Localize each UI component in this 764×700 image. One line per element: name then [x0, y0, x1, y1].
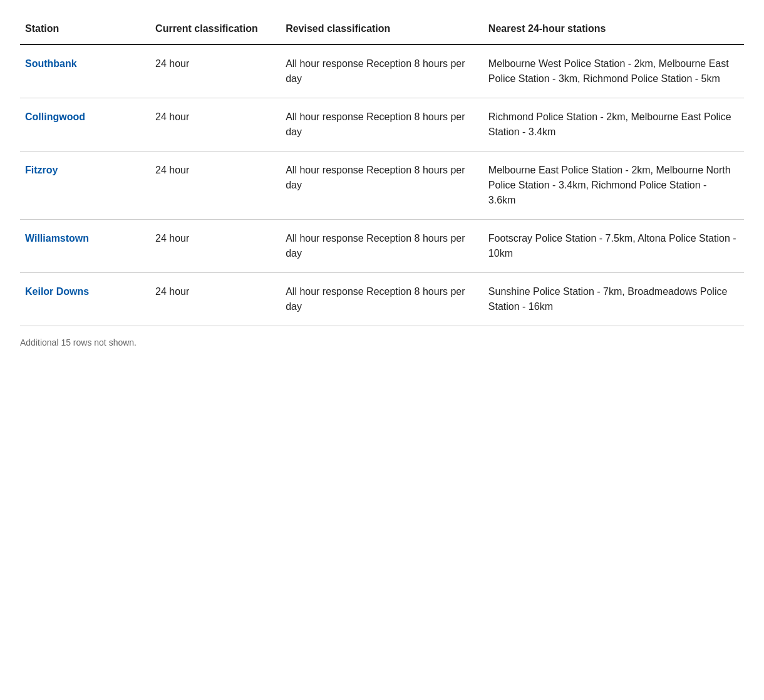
cell-current: 24 hour — [150, 152, 281, 220]
cell-current: 24 hour — [150, 44, 281, 98]
classification-table: Station Current classification Revised c… — [20, 15, 744, 326]
cell-current: 24 hour — [150, 220, 281, 273]
table-footnote: Additional 15 rows not shown. — [20, 336, 744, 349]
cell-station[interactable]: Williamstown — [20, 220, 150, 273]
header-current: Current classification — [150, 15, 281, 44]
cell-station[interactable]: Collingwood — [20, 98, 150, 152]
cell-station[interactable]: Southbank — [20, 44, 150, 98]
cell-revised: All hour response Reception 8 hours per … — [281, 220, 483, 273]
cell-current: 24 hour — [150, 98, 281, 152]
cell-nearest: Richmond Police Station - 2km, Melbourne… — [483, 98, 744, 152]
cell-nearest: Melbourne West Police Station - 2km, Mel… — [483, 44, 744, 98]
table-row: Fitzroy24 hourAll hour response Receptio… — [20, 152, 744, 220]
table-container: Station Current classification Revised c… — [20, 15, 744, 349]
header-nearest: Nearest 24-hour stations — [483, 15, 744, 44]
header-station: Station — [20, 15, 150, 44]
cell-nearest: Footscray Police Station - 7.5km, Altona… — [483, 220, 744, 273]
table-header-row: Station Current classification Revised c… — [20, 15, 744, 44]
table-row: Williamstown24 hourAll hour response Rec… — [20, 220, 744, 273]
cell-revised: All hour response Reception 8 hours per … — [281, 273, 483, 326]
cell-nearest: Melbourne East Police Station - 2km, Mel… — [483, 152, 744, 220]
cell-station[interactable]: Fitzroy — [20, 152, 150, 220]
table-row: Keilor Downs24 hourAll hour response Rec… — [20, 273, 744, 326]
cell-current: 24 hour — [150, 273, 281, 326]
cell-revised: All hour response Reception 8 hours per … — [281, 152, 483, 220]
table-row: Southbank24 hourAll hour response Recept… — [20, 44, 744, 98]
header-revised: Revised classification — [281, 15, 483, 44]
cell-revised: All hour response Reception 8 hours per … — [281, 98, 483, 152]
table-row: Collingwood24 hourAll hour response Rece… — [20, 98, 744, 152]
cell-station[interactable]: Keilor Downs — [20, 273, 150, 326]
cell-nearest: Sunshine Police Station - 7km, Broadmead… — [483, 273, 744, 326]
cell-revised: All hour response Reception 8 hours per … — [281, 44, 483, 98]
